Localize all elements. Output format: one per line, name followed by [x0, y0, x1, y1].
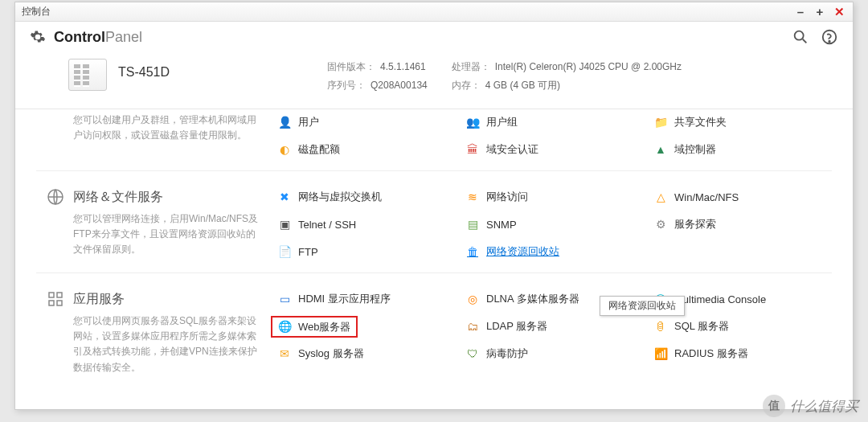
item--[interactable]: 🏛域安全认证 — [465, 140, 644, 159]
item-syslog-[interactable]: ✉Syslog 服务器 — [277, 344, 456, 363]
item-hdmi-[interactable]: ▭HDMI 显示应用程序 — [277, 289, 456, 309]
item--[interactable]: 👤用户 — [277, 113, 456, 132]
item-label: 网络访问 — [486, 190, 528, 204]
section-title: 应用服务 — [73, 291, 125, 308]
item-label: HDMI 显示应用程序 — [298, 292, 391, 306]
item-icon: 🗂 — [465, 319, 480, 334]
cpu-value: Intel(R) Celeron(R) J4025 CPU @ 2.00GHz — [495, 61, 682, 72]
item-icon: 🗑 — [465, 244, 480, 259]
item-label: DLNA 多媒体服务器 — [486, 292, 579, 306]
memory-value: 4 GB (4 GB 可用) — [485, 80, 560, 91]
item--[interactable]: 📁共享文件夹 — [653, 113, 832, 132]
section-desc: 您可以使用网页服务器及SQL服务器来架设网站，设置多媒体应用程序所需之多媒体索引… — [46, 313, 258, 375]
serial-value: Q208A00134 — [371, 80, 428, 91]
item-label: 网络与虚拟交换机 — [298, 190, 382, 204]
window-title: 控制台 — [22, 5, 51, 18]
item-ftp[interactable]: 📄FTP — [277, 242, 456, 261]
item-snmp[interactable]: ▤SNMP — [465, 215, 644, 234]
item-icon: ✉ — [277, 346, 292, 361]
item-label: 服务探索 — [674, 217, 716, 231]
item-label: 病毒防护 — [486, 346, 528, 361]
close-button[interactable]: ✕ — [832, 5, 846, 19]
item-label: 共享文件夹 — [674, 115, 727, 129]
maximize-button[interactable]: + — [813, 5, 827, 19]
item-label: 用户组 — [486, 115, 518, 129]
item--[interactable]: ≋网络访问 — [465, 187, 644, 207]
item-radius-[interactable]: 📶RADIUS 服务器 — [653, 344, 832, 363]
item-label: Win/Mac/NFS — [674, 191, 739, 203]
svg-rect-6 — [57, 293, 62, 297]
item-icon: ▭ — [277, 292, 292, 306]
firmware-value: 4.5.1.1461 — [380, 61, 426, 72]
item-icon: 🛡 — [465, 346, 480, 361]
item--[interactable]: ⚙服务探索 — [653, 215, 832, 234]
item-sql-[interactable]: 🛢SQL 服务器 — [653, 317, 832, 336]
item--[interactable]: 👥用户组 — [465, 113, 644, 132]
item-icon: ⚙ — [653, 217, 668, 231]
item-icon: ◐ — [277, 142, 292, 157]
item-label: RADIUS 服务器 — [674, 346, 748, 361]
item-label: 用户 — [298, 115, 319, 129]
globe-icon — [46, 187, 65, 207]
item-icon: ✖ — [277, 190, 292, 204]
section: 应用服务您可以使用网页服务器及SQL服务器来架设网站，设置多媒体应用程序所需之多… — [36, 272, 832, 387]
section-desc: 您可以创建用户及群组，管理本机和网域用户访问权限，或设置磁盘容量使用限制。 — [46, 113, 258, 143]
search-icon[interactable] — [792, 28, 809, 46]
item-icon: 👤 — [277, 115, 292, 129]
item-label: Multimedia Console — [674, 293, 766, 305]
item-label: SQL 服务器 — [674, 319, 729, 334]
sections-container: 您可以创建用户及群组，管理本机和网域用户访问权限，或设置磁盘容量使用限制。👤用户… — [15, 109, 853, 418]
item-label: Syslog 服务器 — [298, 346, 364, 361]
minimize-button[interactable]: – — [793, 5, 808, 19]
grid-icon — [46, 289, 65, 309]
item-icon: ▣ — [277, 217, 292, 231]
item-icon: 📁 — [653, 115, 668, 129]
svg-rect-8 — [57, 301, 62, 305]
watermark-badge-icon: 值 — [763, 395, 785, 417]
memory-label: 内存： — [452, 80, 481, 91]
model-name: TS-451D — [118, 65, 327, 80]
firmware-label: 固件版本： — [327, 61, 375, 72]
section: 您可以创建用户及群组，管理本机和网域用户访问权限，或设置磁盘容量使用限制。👤用户… — [36, 109, 832, 170]
tooltip: 网络资源回收站 — [600, 296, 685, 316]
item-win-mac-nfs[interactable]: △Win/Mac/NFS — [653, 187, 832, 207]
item-icon: 🏛 — [465, 142, 480, 157]
section-desc: 您可以管理网络连接，启用Win/Mac/NFS及FTP来分享文件，且设置网络资源… — [46, 211, 258, 258]
item-icon: ▤ — [465, 217, 480, 231]
item--[interactable]: ✖网络与虚拟交换机 — [277, 187, 456, 207]
serial-label: 序列号： — [327, 80, 366, 91]
section: 网络＆文件服务您可以管理网络连接，启用Win/Mac/NFS及FTP来分享文件，… — [36, 170, 832, 272]
item-icon: 📄 — [277, 244, 292, 259]
item-label: 域安全认证 — [486, 142, 538, 157]
item--[interactable]: 🗑网络资源回收站 — [465, 242, 644, 261]
item-label: LDAP 服务器 — [486, 319, 547, 334]
item-icon: ◎ — [465, 292, 480, 306]
section-title: 网络＆文件服务 — [73, 189, 163, 206]
item-icon: ≋ — [465, 190, 480, 204]
item--[interactable]: ◐磁盘配额 — [277, 140, 456, 159]
item-label: Telnet / SSH — [298, 219, 356, 231]
item-telnet-ssh[interactable]: ▣Telnet / SSH — [277, 215, 456, 234]
item-label: SNMP — [486, 219, 517, 231]
item--[interactable]: 🛡病毒防护 — [465, 344, 644, 363]
item-web-[interactable]: 🌐Web服务器 — [277, 317, 456, 336]
nas-device-icon — [68, 59, 107, 91]
gear-icon — [30, 29, 46, 45]
item-icon: 🛢 — [653, 319, 668, 334]
svg-rect-7 — [49, 301, 54, 305]
item-label: 域控制器 — [674, 142, 716, 157]
item-icon: 👥 — [465, 115, 480, 129]
item-icon: 🌐 — [277, 319, 292, 334]
watermark: 值 什么值得买 — [763, 395, 858, 417]
item-icon: 📶 — [653, 346, 668, 361]
item-ldap-[interactable]: 🗂LDAP 服务器 — [465, 317, 644, 336]
svg-line-1 — [803, 39, 807, 43]
svg-point-0 — [795, 31, 804, 40]
titlebar: 控制台 – + ✕ — [15, 2, 853, 22]
header: ControlPanel — [15, 22, 853, 52]
help-icon[interactable] — [821, 28, 838, 46]
item-label: 网络资源回收站 — [486, 244, 559, 259]
item-label: FTP — [298, 246, 318, 258]
item--[interactable]: ▲域控制器 — [653, 140, 832, 159]
item-label: Web服务器 — [298, 321, 351, 333]
